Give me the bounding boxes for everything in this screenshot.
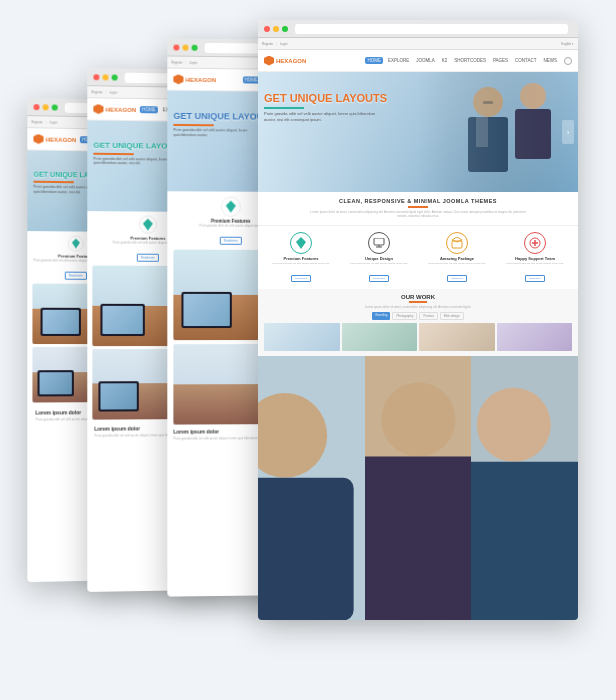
minimize-dot-3 [182,44,188,50]
nav-news-4[interactable]: NEWS [542,57,560,64]
maximize-dot-2 [112,74,118,80]
nav-k2-4[interactable]: K2 [440,57,450,64]
readmore-4d[interactable]: Readmore [525,275,545,282]
gallery-scene-1 [258,356,365,621]
minimize-dot-2 [102,74,108,80]
work-item-3 [419,323,495,351]
svg-rect-48 [374,238,384,245]
feature-text-4a: Proin gravida nibh vel velit auctor aliq… [264,262,338,266]
work-tab-product[interactable]: Product [419,312,437,320]
work-tab-branding[interactable]: Branding [372,312,390,320]
hero-underline-1 [33,181,73,184]
work-title-4: OUR WORK [264,294,572,300]
nav-joomla-4[interactable]: JOOMLA [414,57,437,64]
hero-arrow-right[interactable]: › [562,120,574,144]
site-logo-1: HEXAGON [33,134,76,145]
monitor-icon [373,238,385,248]
nav-contact-4[interactable]: CONTACT [513,57,538,64]
nav-pages-4[interactable]: PAGES [491,57,510,64]
box-icon [451,237,463,249]
feature-name-4d: Happy Support Team [498,256,572,261]
feature-card-4a: Premium Features Proin gravida nibh vel … [264,232,338,284]
svg-rect-61 [365,456,472,620]
main-scene: Register|Login HEXAGON HOME EXPLORE JOOM… [28,20,588,680]
features-section-4: Premium Features Proin gravida nibh vel … [258,226,578,290]
site-subtitle: CLEAN, RESPONSIVE & MINIMAL JOOMLA THEME… [266,198,570,204]
nav-explore-4[interactable]: EXPLORE [386,57,411,64]
hero-section-4: GET UNIQUE LAYOUTS Proin gravida nibh ve… [258,72,578,192]
features-grid-4: Premium Features Proin gravida nibh vel … [264,232,572,284]
work-tab-photography[interactable]: Photography [392,312,417,320]
feature-text-4b: Proin gravida nibh vel velit auctor aliq… [342,262,416,266]
readmore-btn-2a[interactable]: Readmore [137,254,159,262]
site-nav-4: HEXAGON HOME EXPLORE JOOMLA K2 SHORTCODE… [258,50,578,72]
readmore-btn-3a[interactable]: Readmore [220,237,242,245]
search-icon-4[interactable] [564,57,572,65]
subtitle-desc: Lorem ipsum dolor sit amet, consectetur … [308,210,528,219]
minimize-dot-4 [273,26,279,32]
work-desc-4: Lorem ipsum dolor sit amet, consectetur … [264,305,572,309]
diamond-icon-2 [142,219,154,231]
hero-desc-2: Proin gravida nibh vel velit auctor aliq… [93,156,174,167]
feature-card-4d: Happy Support Team Proin gravida nibh ve… [498,232,572,284]
browser-mockup-4: Register| Login English ▾ HEXAGON HOME E… [258,20,578,620]
gallery-scene-3 [471,356,578,621]
subtitle-section: CLEAN, RESPONSIVE & MINIMAL JOOMLA THEME… [258,192,578,226]
hero-text-4: GET UNIQUE LAYOUTS Proin gravida nibh ve… [264,92,387,122]
close-dot-2 [93,74,99,80]
close-dot [33,104,39,110]
svg-point-60 [381,382,455,456]
site-content-4: Register| Login English ▾ HEXAGON HOME E… [258,38,578,620]
work-tab-webdesign[interactable]: Web design [440,312,464,320]
nav-home-2[interactable]: HOME [140,106,158,113]
hero-illustration-4 [258,72,578,192]
work-grid-4 [264,323,572,351]
svg-point-63 [477,387,551,461]
readmore-4c[interactable]: Readmore [447,275,467,282]
site-logo-3: HEXAGON [173,74,216,84]
svg-marker-20 [143,219,153,231]
diamond-icon-3 [225,201,237,213]
readmore-btn-1[interactable]: Readmore [65,272,87,280]
logo-hex-icon-2 [93,104,103,114]
gallery-item-2 [365,356,472,621]
readmore-4b[interactable]: Readmore [369,275,389,282]
gallery-scene-2 [365,356,472,621]
support-icon [529,237,541,249]
work-section-4: OUR WORK Lorem ipsum dolor sit amet, con… [258,289,578,356]
site-logo-4: HEXAGON [264,56,306,66]
maximize-dot-3 [192,44,198,50]
gallery-section-4 [258,356,578,621]
readmore-4a[interactable]: Readmore [291,275,311,282]
svg-rect-46 [258,72,578,192]
hero-desc-3: Proin gravida nibh vel velit auctor aliq… [173,128,254,138]
hero-underline-3 [173,124,213,126]
close-dot-3 [173,44,179,50]
work-tabs-4: Branding Photography Product Web design [264,312,572,320]
logo-hex-icon-3 [173,74,183,84]
work-underline [409,301,427,303]
logo-hex-icon-4 [264,56,274,66]
feature-text-4c: Proin gravida nibh vel velit auctor aliq… [420,262,494,266]
hero-underline-2 [93,152,133,154]
svg-rect-58 [258,477,354,620]
url-bar-4 [295,24,568,34]
hero-desc-4: Proin gravida nibh vel velit auctor aliq… [264,111,384,122]
svg-rect-64 [471,461,578,620]
minimize-dot [43,104,49,110]
feature-name-4a: Premium Features [264,256,338,261]
svg-marker-30 [226,201,236,213]
logo-hex-icon [33,134,43,144]
feature-card-4c: Amazing Package Proin gravida nibh vel v… [420,232,494,284]
feature-name-4b: Unique Design [342,256,416,261]
feature-name-4c: Amazing Package [420,256,494,261]
utility-bar-4: Register| Login English ▾ [258,38,578,50]
nav-home-4[interactable]: HOME [365,57,383,64]
feature-text-4d: Proin gravida nibh vel velit auctor aliq… [498,262,572,266]
work-item-1 [264,323,340,351]
gallery-item-1 [258,356,365,621]
svg-marker-47 [296,237,306,249]
feature-card-4b: Unique Design Proin gravida nibh vel vel… [342,232,416,284]
nav-shortcodes-4[interactable]: SHORTCODES [452,57,488,64]
subtitle-underline [408,206,428,208]
